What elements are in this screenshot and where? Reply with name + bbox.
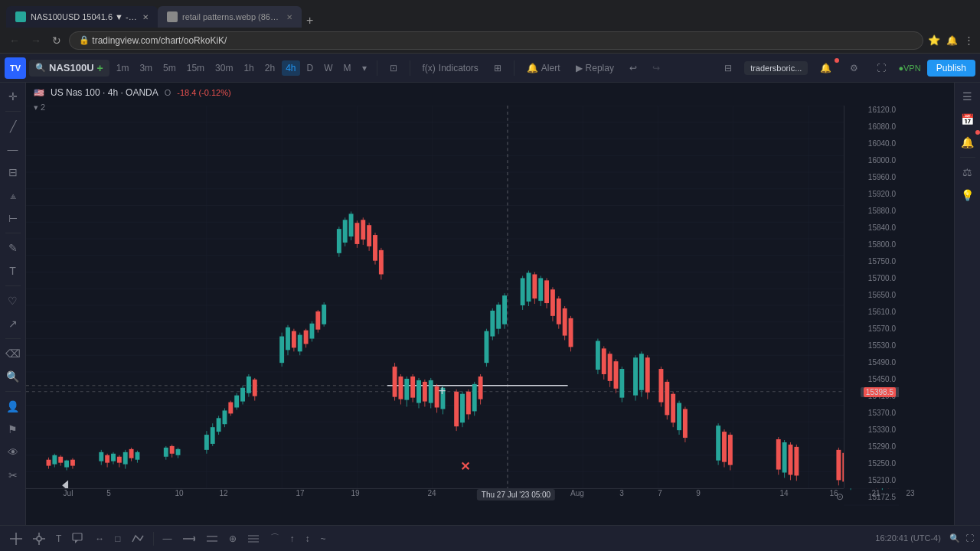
draw-channel[interactable]: [202, 530, 222, 547]
measure-tool[interactable]: ⊢: [2, 207, 24, 229]
undo-btn[interactable]: ↩: [623, 60, 643, 77]
scissors-tool[interactable]: ✂: [2, 465, 24, 486]
tf-5m[interactable]: 5m: [159, 60, 180, 76]
tf-w[interactable]: W: [320, 60, 336, 76]
time-expand-icon[interactable]: ⊙: [836, 491, 844, 502]
tf-d[interactable]: D: [303, 60, 318, 76]
tab-retail[interactable]: retail patterns.webp (860×412) ✕: [158, 6, 302, 28]
draw-text[interactable]: T: [52, 531, 65, 546]
tf-4h[interactable]: 4h: [282, 60, 299, 76]
tab-tradingview[interactable]: NAS100USD 15041.6 ▼ -0.74% t... ✕: [6, 6, 158, 28]
tab-close-tv[interactable]: ✕: [142, 13, 149, 21]
calendar-btn[interactable]: 📅: [957, 109, 978, 130]
price-16120: 16120.0: [868, 106, 896, 114]
channel-tool[interactable]: ⊟: [2, 161, 24, 183]
svg-rect-57: [117, 457, 122, 463]
price-15490: 15490.0: [868, 358, 896, 367]
extension-icon-1[interactable]: ⭐: [928, 34, 940, 46]
url-bar[interactable]: 🔒 tradingview.com/chart/ooRkoKiK/: [69, 31, 923, 50]
draw-wave[interactable]: ~: [317, 531, 330, 546]
draw-pitchfork[interactable]: ⊕: [225, 531, 240, 546]
chart-ohlc: O: [165, 88, 172, 97]
search-tool[interactable]: 🔍: [2, 366, 24, 387]
tf-15m[interactable]: 15m: [183, 60, 208, 76]
people-tool[interactable]: 👤: [2, 396, 24, 417]
nav-refresh[interactable]: ↻: [49, 33, 64, 48]
tf-2h[interactable]: 2h: [261, 60, 279, 76]
draw-fib[interactable]: [243, 530, 263, 547]
svg-rect-99: [310, 324, 315, 339]
fullscreen-btn[interactable]: ⛶: [871, 60, 892, 77]
draw-extended[interactable]: [179, 530, 199, 547]
draw-callout[interactable]: [68, 530, 88, 547]
heart-tool[interactable]: ♡: [2, 290, 24, 311]
tab-close-retail[interactable]: ✕: [286, 13, 292, 21]
pen-tool[interactable]: ✎: [2, 237, 24, 259]
tf-m[interactable]: M: [340, 60, 355, 76]
symbol-search[interactable]: 🔍 NAS100U +: [29, 60, 109, 77]
extension-icon-2[interactable]: 🔔: [946, 35, 958, 46]
svg-rect-183: [619, 369, 624, 398]
hline-tool[interactable]: —: [2, 139, 24, 160]
draw-arc[interactable]: ⌒: [266, 530, 283, 547]
redo-btn[interactable]: ↪: [646, 60, 666, 77]
eye-tool[interactable]: 👁: [2, 442, 24, 463]
arrow-tool[interactable]: ↗: [2, 313, 24, 334]
extension-icon-3[interactable]: ⋮: [964, 34, 974, 46]
pattern-tool[interactable]: ⟁: [2, 184, 24, 206]
symbol-add[interactable]: +: [97, 62, 103, 74]
expand-icon[interactable]: ⛶: [965, 533, 974, 543]
settings-btn[interactable]: ⚙: [844, 60, 864, 77]
draw-arrow-up[interactable]: ↑: [286, 531, 299, 546]
svg-rect-167: [550, 289, 555, 316]
cursor-tool[interactable]: ✛: [2, 86, 24, 107]
text-tool[interactable]: T: [2, 260, 24, 282]
tf-1m[interactable]: 1m: [113, 60, 133, 76]
notifications-btn[interactable]: 🔔: [814, 60, 838, 77]
svg-rect-133: [429, 380, 433, 403]
tf-3m[interactable]: 3m: [136, 60, 156, 76]
tf-more[interactable]: ▾: [358, 60, 371, 76]
alert-btn[interactable]: 🔔 Alert: [521, 60, 567, 77]
svg-rect-93: [292, 331, 296, 348]
eraser-tool[interactable]: ⌫: [2, 343, 24, 364]
chart-header: 🇺🇸 US Nas 100 · 4h · OANDA O -18.4 (-0.1…: [26, 83, 954, 103]
ideas-btn[interactable]: 💡: [957, 184, 978, 206]
draw-hline[interactable]: —: [159, 531, 176, 546]
svg-rect-117: [373, 235, 377, 261]
draw-measure[interactable]: ↔: [91, 531, 108, 546]
draw-path[interactable]: [128, 530, 148, 547]
templates-btn[interactable]: ⊞: [488, 60, 508, 77]
svg-rect-139: [454, 392, 459, 426]
account-btn[interactable]: tradersboric...: [744, 61, 808, 75]
indicators-btn[interactable]: f(x) Indicators: [416, 60, 485, 77]
draw-crosshair[interactable]: [6, 530, 26, 547]
tv-logo[interactable]: TV: [5, 57, 26, 79]
watchlist-btn[interactable]: ☰: [957, 86, 978, 107]
svg-rect-211: [789, 445, 793, 475]
new-tab-button[interactable]: +: [302, 14, 318, 28]
replay-btn[interactable]: ▶ Replay: [570, 60, 620, 77]
replay-icon: ▶: [576, 63, 583, 73]
layout-btn[interactable]: ⊟: [718, 60, 738, 77]
price-15610: 15610.0: [868, 308, 896, 316]
publish-btn[interactable]: Publish: [927, 60, 975, 77]
draw-price[interactable]: ↕: [302, 531, 314, 546]
broker-btn[interactable]: ⚖: [957, 161, 978, 183]
time-5: 5: [106, 489, 111, 497]
price-15450: 15450.0: [868, 375, 896, 383]
tf-1h[interactable]: 1h: [240, 60, 257, 76]
tf-30m[interactable]: 30m: [211, 60, 237, 76]
time-3: 3: [619, 489, 624, 497]
flag-tool[interactable]: ⚑: [2, 419, 24, 440]
nav-back[interactable]: ←: [6, 33, 23, 48]
zoom-out-icon[interactable]: 🔍: [949, 533, 960, 543]
chart-type-btn[interactable]: ⊡: [384, 60, 403, 77]
svg-rect-71: [204, 435, 209, 450]
draw-rectangle[interactable]: □: [111, 531, 124, 546]
line-tool[interactable]: ╱: [2, 116, 24, 137]
alerts-btn[interactable]: 🔔: [957, 132, 978, 153]
nav-forward[interactable]: →: [28, 33, 44, 48]
chart-canvas[interactable]: + ✕ 16120.0 16080.0 16040.0 16000.0 1596…: [26, 106, 899, 507]
draw-cursor[interactable]: [29, 530, 49, 547]
